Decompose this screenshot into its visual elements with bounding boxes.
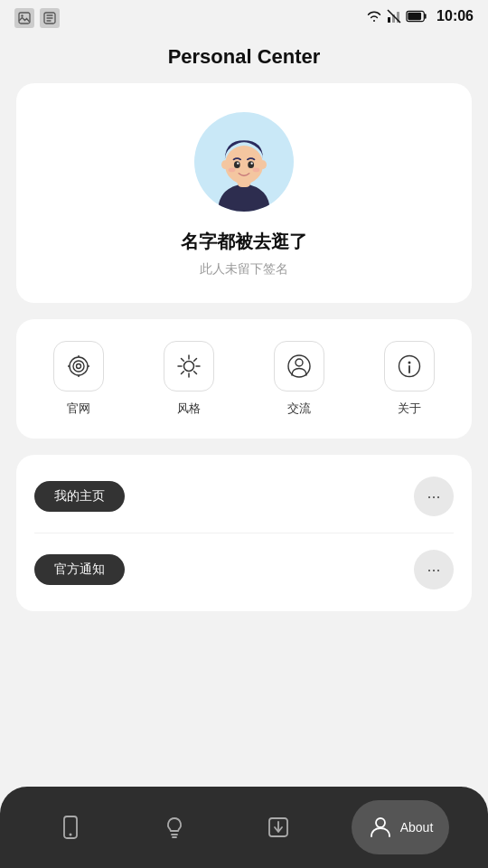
svg-point-39 — [408, 362, 411, 364]
svg-rect-3 — [388, 17, 390, 23]
clock-circle-icon — [395, 352, 424, 381]
svg-point-11 — [225, 146, 263, 184]
notifications-button[interactable]: 官方通知 — [34, 554, 125, 585]
svg-point-21 — [73, 361, 84, 372]
nav-item-about[interactable]: About — [352, 800, 450, 854]
bulb-icon — [162, 815, 187, 840]
svg-rect-0 — [19, 13, 30, 24]
svg-point-12 — [221, 160, 229, 169]
action-about[interactable]: 关于 — [373, 341, 446, 417]
status-bar: 10:06 — [0, 0, 488, 33]
action-official-site[interactable]: 官网 — [42, 341, 115, 417]
avatar — [194, 112, 294, 212]
my-homepage-button[interactable]: 我的主页 — [34, 481, 125, 512]
status-icons-right: 10:06 — [366, 8, 474, 24]
about-nav-label: About — [400, 820, 434, 835]
style-label: 风格 — [177, 401, 201, 417]
exchange-icon-box — [274, 341, 324, 392]
svg-point-47 — [376, 818, 385, 827]
about-label: 关于 — [398, 401, 421, 417]
notifications-dot-button[interactable]: ··· — [414, 550, 454, 590]
profile-bio: 此人未留下签名 — [200, 261, 288, 278]
profile-card: 名字都被去逛了 此人未留下签名 — [16, 83, 472, 303]
page-title-bar: Personal Center — [0, 33, 488, 83]
text-app-icon — [40, 8, 60, 28]
svg-point-42 — [69, 834, 71, 836]
avatar-illustration — [201, 125, 287, 212]
download-box-icon — [266, 815, 291, 840]
sun-spin-icon — [174, 352, 203, 381]
bottom-nav: About — [0, 787, 488, 868]
svg-line-33 — [194, 372, 197, 374]
action-exchange[interactable]: 交流 — [263, 341, 335, 417]
signal-icon — [386, 8, 402, 24]
actions-card: 官网 风格 — [16, 319, 472, 439]
exchange-label: 交流 — [287, 401, 311, 417]
about-icon-box — [384, 341, 435, 392]
nav-item-discover[interactable] — [143, 800, 206, 854]
wifi-icon — [366, 8, 382, 24]
style-icon-box — [164, 341, 214, 392]
notifications-dot-icon: ··· — [427, 561, 440, 580]
svg-point-27 — [184, 362, 194, 372]
page-title: Personal Center — [0, 45, 488, 69]
svg-point-16 — [237, 163, 239, 165]
svg-line-32 — [182, 359, 184, 362]
homepage-dot-button[interactable]: ··· — [414, 476, 454, 516]
official-site-icon-box — [53, 341, 104, 392]
nav-item-inbox[interactable] — [247, 800, 310, 854]
person-icon — [368, 815, 393, 840]
svg-point-22 — [77, 364, 81, 369]
image-app-icon — [14, 8, 34, 28]
svg-point-14 — [234, 161, 240, 168]
svg-point-1 — [21, 14, 23, 16]
svg-rect-8 — [425, 14, 427, 19]
phone-icon — [58, 815, 83, 840]
svg-point-17 — [250, 163, 252, 165]
svg-point-37 — [296, 359, 303, 366]
target-icon — [64, 352, 93, 381]
menu-row-homepage: 我的主页 ··· — [34, 460, 454, 533]
menu-card: 我的主页 ··· 官方通知 ··· — [16, 455, 472, 611]
svg-point-19 — [253, 168, 260, 173]
svg-line-35 — [182, 372, 184, 374]
homepage-dot-icon: ··· — [427, 487, 440, 506]
actions-row: 官网 风格 — [23, 341, 465, 417]
profile-name: 名字都被去逛了 — [181, 230, 307, 254]
svg-point-15 — [248, 161, 254, 168]
svg-point-13 — [259, 160, 267, 169]
official-site-label: 官网 — [67, 401, 90, 417]
status-time: 10:06 — [436, 8, 474, 24]
svg-rect-9 — [408, 13, 421, 20]
action-style[interactable]: 风格 — [153, 341, 225, 417]
nav-item-home[interactable] — [39, 800, 102, 854]
status-bar-left-icons — [14, 8, 60, 28]
svg-line-34 — [194, 359, 197, 362]
person-circle-icon — [285, 352, 314, 381]
menu-row-notifications: 官方通知 ··· — [34, 533, 454, 606]
svg-point-20 — [70, 357, 88, 375]
svg-point-18 — [229, 168, 236, 173]
battery-icon — [406, 10, 427, 23]
